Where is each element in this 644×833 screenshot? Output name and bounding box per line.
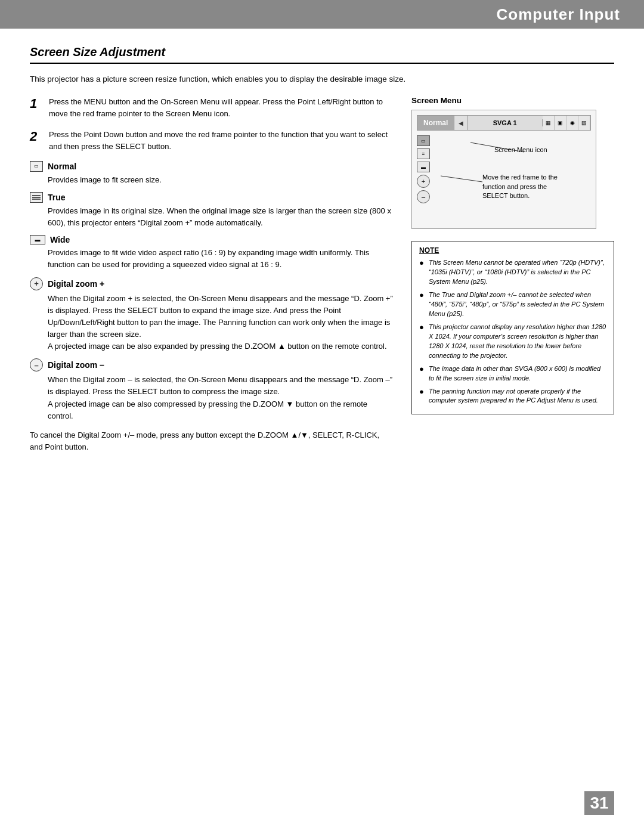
page-number: 31 <box>584 791 614 815</box>
smb-icon-2[interactable]: ▣ <box>555 116 566 130</box>
step-1-number: 1 <box>30 96 43 120</box>
step-2: 2 Press the Point Down button and move t… <box>30 129 394 153</box>
note-item-1: ● The True and Digital zoom +/– cannot b… <box>419 290 606 319</box>
note-text-2: This projector cannot display any resolu… <box>429 323 606 361</box>
note-item-3: ● The image data in other than SVGA (800… <box>419 364 606 383</box>
note-item-0: ● This Screen Menu cannot be operated wh… <box>419 258 606 287</box>
intro-text: This projector has a picture screen resi… <box>30 73 614 85</box>
wide-label: Wide <box>50 235 70 244</box>
screen-menu-diagram: ▭ ≡ ▬ + – <box>417 134 591 224</box>
header-title: Computer Input <box>496 5 620 24</box>
wide-icon-symbol: ▬ <box>35 237 41 243</box>
dzoom-plus-label: Digital zoom + <box>48 279 104 289</box>
smb-normal: Normal <box>417 116 454 130</box>
smb-arrow-left[interactable]: ◀ <box>454 116 467 130</box>
smb-icon-3[interactable]: ◉ <box>566 116 578 130</box>
item-dzoom-minus-header: – Digital zoom – <box>30 358 394 371</box>
note-bullet-4: ● <box>419 387 425 406</box>
svg-line-1 <box>441 176 482 182</box>
step-2-text: Press the Point Down button and move the… <box>49 129 394 153</box>
item-normal: ▭ Normal Provides image to fit screen si… <box>30 161 394 186</box>
note-bullet-3: ● <box>419 364 425 383</box>
side-icon-normal: ▭ <box>417 135 430 146</box>
note-bullet-1: ● <box>419 290 425 319</box>
normal-label: Normal <box>48 162 76 171</box>
annotation-text-2: Move the red frame to the function and p… <box>482 173 566 200</box>
note-bullet-2: ● <box>419 323 425 361</box>
header-bar: Computer Input <box>0 0 644 29</box>
smb-icon-1[interactable]: ▦ <box>543 116 555 130</box>
normal-icon: ▭ <box>30 161 43 172</box>
true-body: Provides image in its original size. Whe… <box>48 205 394 229</box>
side-icon-wide: ▬ <box>417 162 430 172</box>
note-text-1: The True and Digital zoom +/– cannot be … <box>429 290 606 319</box>
right-col: Screen Menu Normal ◀ SVGA 1 ▦ ▣ ◉ ▧ <box>411 96 614 453</box>
true-icon <box>30 192 43 203</box>
item-wide-header: ▬ Wide <box>30 235 394 244</box>
screen-menu-title: Screen Menu <box>411 96 614 105</box>
screen-menu-bar: Normal ◀ SVGA 1 ▦ ▣ ◉ ▧ <box>417 115 591 131</box>
step-1: 1 Press the MENU button and the On-Scree… <box>30 96 394 120</box>
page-container: Computer Input Screen Size Adjustment Th… <box>0 0 644 833</box>
dzoom-plus-symbol: + <box>34 279 39 288</box>
item-wide: ▬ Wide Provides image to fit wide video … <box>30 235 394 271</box>
left-col: 1 Press the MENU button and the On-Scree… <box>30 96 394 453</box>
screen-menu-box: Normal ◀ SVGA 1 ▦ ▣ ◉ ▧ <box>411 110 596 229</box>
item-dzoom-minus: – Digital zoom – When the Digital zoom –… <box>30 358 394 422</box>
section-title: Screen Size Adjustment <box>30 45 614 64</box>
side-icon-dzoom-plus: + <box>417 175 430 188</box>
annotation-text-1: Screen Menu icon <box>494 146 547 153</box>
note-section: NOTE ● This Screen Menu cannot be operat… <box>411 241 614 414</box>
side-icons-col: ▭ ≡ ▬ + – <box>417 134 430 224</box>
step-2-number: 2 <box>30 129 43 153</box>
item-normal-header: ▭ Normal <box>30 161 394 172</box>
note-title: NOTE <box>419 246 606 255</box>
dzoom-plus-icon: + <box>30 277 43 290</box>
note-text-3: The image data in other than SVGA (800 x… <box>429 364 606 383</box>
true-label: True <box>48 193 66 202</box>
normal-body: Provides image to fit screen size. <box>48 174 394 186</box>
two-col-layout: 1 Press the MENU button and the On-Scree… <box>30 96 614 453</box>
main-content: Screen Size Adjustment This projector ha… <box>0 29 644 477</box>
normal-icon-symbol: ▭ <box>34 163 39 169</box>
smb-icon-4[interactable]: ▧ <box>578 116 590 130</box>
wide-icon: ▬ <box>30 235 45 244</box>
note-text-0: This Screen Menu cannot be operated when… <box>429 258 606 287</box>
side-icon-dzoom-minus: – <box>417 190 430 203</box>
dzoom-minus-icon: – <box>30 358 43 371</box>
side-icon-true: ≡ <box>417 148 430 159</box>
item-dzoom-plus-header: + Digital zoom + <box>30 277 394 290</box>
smb-svga: SVGA 1 <box>467 119 543 126</box>
screen-menu-section: Screen Menu Normal ◀ SVGA 1 ▦ ▣ ◉ ▧ <box>411 96 614 229</box>
item-dzoom-plus: + Digital zoom + When the Digital zoom +… <box>30 277 394 353</box>
note-text-4: The panning function may not operate pro… <box>429 387 606 406</box>
dzoom-plus-body: When the Digital zoom + is selected, the… <box>48 293 394 353</box>
dzoom-minus-symbol: – <box>34 361 38 370</box>
smb-icons: ▦ ▣ ◉ ▧ <box>543 116 590 130</box>
wide-body: Provides image to fit wide video aspect … <box>48 247 394 271</box>
note-bullet-0: ● <box>419 258 425 287</box>
step-1-text: Press the MENU button and the On-Screen … <box>49 96 394 120</box>
item-true-header: True <box>30 192 394 203</box>
cancel-text: To cancel the Digital Zoom +/– mode, pre… <box>30 429 394 453</box>
annotation-area: Screen Menu icon Move the red frame to t… <box>435 134 591 224</box>
note-item-2: ● This projector cannot display any reso… <box>419 323 606 361</box>
note-item-4: ● The panning function may not operate p… <box>419 387 606 406</box>
item-true: True Provides image in its original size… <box>30 192 394 229</box>
dzoom-minus-body: When the Digital zoom – is selected, the… <box>48 374 394 422</box>
dzoom-minus-label: Digital zoom – <box>48 360 104 370</box>
